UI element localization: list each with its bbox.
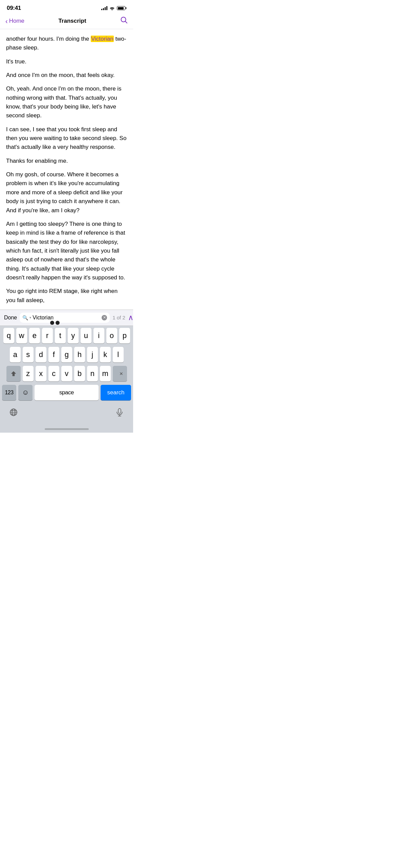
page-title: Transcript (58, 18, 86, 24)
emoji-icon: ☺ (22, 389, 29, 396)
cursor-handle-end (56, 321, 60, 325)
svg-line-1 (125, 21, 127, 23)
find-input-container: 🔍 ▾ ✕ (20, 313, 110, 323)
key-s[interactable]: s (23, 347, 34, 362)
keyboard-row-2: a s d f g h j k l (1, 347, 132, 362)
space-key[interactable]: space (35, 385, 99, 400)
key-f[interactable]: f (48, 347, 59, 362)
paragraph-7: Oh my gosh, of course. Where it becomes … (6, 170, 127, 215)
globe-icon-svg (9, 408, 18, 416)
shift-key[interactable] (6, 366, 21, 381)
paragraph-3: And once I'm on the moon, that feels oka… (6, 71, 127, 80)
key-z[interactable]: z (23, 366, 34, 381)
paragraph-6: Thanks for enabling me. (6, 157, 127, 165)
key-x[interactable]: x (36, 366, 46, 381)
text-before-highlight: another four hours. I'm doing the (6, 36, 91, 42)
key-g[interactable]: g (61, 347, 72, 362)
key-w[interactable]: w (16, 328, 27, 343)
key-l[interactable]: l (113, 347, 124, 362)
paragraph-2: It's true. (6, 57, 127, 66)
home-indicator-bar (45, 428, 89, 430)
search-icon (120, 16, 128, 24)
globe-key[interactable] (6, 405, 21, 420)
nav-bar: ‹ Home Transcript (0, 14, 133, 29)
key-i[interactable]: i (93, 328, 104, 343)
paragraph-4: Oh, yeah. And once I'm on the moon, ther… (6, 84, 127, 120)
keyboard-row-4: 123 ☺ space search (1, 385, 132, 400)
microphone-key[interactable] (112, 405, 127, 420)
find-nav: ∧ ∨ (128, 313, 133, 322)
status-time: 09:41 (7, 5, 21, 12)
key-c[interactable]: c (48, 366, 59, 381)
svg-rect-9 (118, 409, 121, 413)
status-icons (101, 6, 126, 10)
keyboard-row-1: q w e r t y u i o p (1, 328, 132, 343)
back-label: Home (9, 18, 24, 24)
done-button[interactable]: Done (4, 315, 17, 321)
key-m[interactable]: m (100, 366, 111, 381)
paragraph-5: I can see, I see that you took first sle… (6, 125, 127, 152)
key-k[interactable]: k (100, 347, 111, 362)
find-dropdown-icon[interactable]: ▾ (29, 316, 31, 319)
signal-icon (101, 6, 107, 10)
key-o[interactable]: o (106, 328, 117, 343)
key-d[interactable]: d (36, 347, 46, 362)
key-123[interactable]: 123 (2, 385, 16, 400)
highlighted-word: Victorian (91, 36, 114, 42)
status-bar: 09:41 (0, 0, 133, 14)
back-button[interactable]: ‹ Home (5, 18, 24, 24)
wifi-icon (109, 6, 115, 10)
keyboard-row-5 (1, 404, 132, 421)
paragraph-9: You go right into REM stage, like right … (6, 287, 127, 305)
key-b[interactable]: b (74, 366, 85, 381)
find-match-count: 1 of 2 (112, 315, 125, 320)
key-n[interactable]: n (87, 366, 98, 381)
key-u[interactable]: u (81, 328, 91, 343)
key-p[interactable]: p (119, 328, 130, 343)
chevron-left-icon: ‹ (5, 18, 8, 24)
paragraph-8: Am I getting too sleepy? There is one th… (6, 220, 127, 282)
paragraph-1: another four hours. I'm doing the Victor… (6, 35, 127, 53)
key-r[interactable]: r (42, 328, 53, 343)
key-t[interactable]: t (55, 328, 66, 343)
key-a[interactable]: a (10, 347, 21, 362)
cursor-handle-start (50, 321, 54, 325)
key-v[interactable]: v (61, 366, 72, 381)
key-j[interactable]: j (87, 347, 98, 362)
key-q[interactable]: q (3, 328, 14, 343)
battery-icon (117, 6, 126, 10)
key-e[interactable]: e (29, 328, 40, 343)
keyboard-row-3: z x c v b n m (1, 366, 132, 381)
delete-icon (116, 371, 124, 376)
delete-key[interactable] (113, 366, 127, 381)
emoji-key[interactable]: ☺ (18, 385, 33, 400)
find-bar: Done 🔍 ▾ ✕ 1 of 2 ∧ ∨ (0, 310, 133, 326)
close-icon: ✕ (103, 316, 106, 319)
find-clear-button[interactable]: ✕ (102, 315, 107, 320)
search-key[interactable]: search (101, 385, 131, 400)
key-y[interactable]: y (68, 328, 79, 343)
find-input[interactable] (33, 315, 100, 321)
search-button[interactable] (120, 16, 128, 25)
key-h[interactable]: h (74, 347, 85, 362)
transcript-content: another four hours. I'm doing the Victor… (0, 29, 133, 305)
keyboard: q w e r t y u i o p a s d f g h j k l z … (0, 326, 133, 433)
shift-icon (10, 370, 17, 377)
find-search-icon: 🔍 (22, 315, 28, 320)
home-indicator (1, 425, 132, 433)
microphone-icon (116, 408, 123, 416)
find-prev-button[interactable]: ∧ (128, 313, 133, 322)
